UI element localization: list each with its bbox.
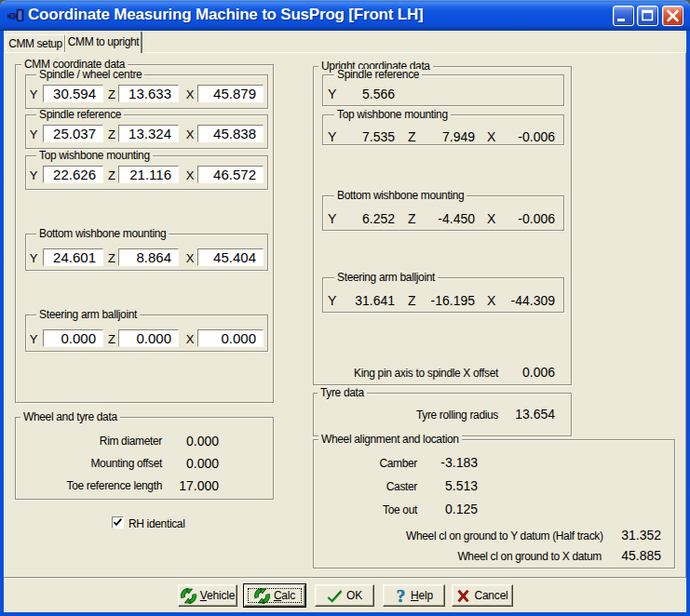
value-upright-top-wishbone-z: 7.949	[424, 129, 475, 144]
input-spindle-reference-y[interactable]	[43, 125, 103, 142]
field-label-mounting-offset: Mounting offset	[50, 457, 162, 470]
axis-label-y: Y	[328, 87, 336, 101]
value-mounting-offset: 0.000	[172, 456, 219, 471]
field-label-caster: Caster	[352, 480, 417, 493]
input-spindle-wheel-centre-x[interactable]	[197, 85, 264, 102]
input-spindle-wheel-centre-z[interactable]	[118, 85, 179, 102]
tab-cmm-to-upright[interactable]: CMM to upright	[65, 31, 142, 53]
group-label: Spindle reference	[334, 69, 422, 81]
input-top-wishbone-z[interactable]	[118, 166, 179, 183]
axis-label-y: Y	[27, 332, 40, 346]
tab-cmm-setup[interactable]: CMM setup	[6, 34, 65, 53]
value-camber: -3.183	[431, 455, 478, 470]
field-label-tyre-rolling-radius: Tyre rolling radius	[377, 408, 498, 422]
value-upright-steering-arm-z: -16.195	[424, 293, 475, 308]
value-king-pin-offset: 0.006	[508, 365, 555, 380]
value-upright-bottom-wishbone-x: -0.006	[504, 211, 555, 226]
tab-label: CMM setup	[8, 37, 62, 50]
axis-label-z: Z	[105, 168, 118, 182]
axis-label-x: X	[183, 87, 196, 101]
input-spindle-wheel-centre-y[interactable]	[43, 85, 103, 102]
group-label: Spindle reference	[36, 109, 124, 121]
window-border-right	[686, 31, 690, 616]
axis-label-y: Y	[328, 211, 336, 226]
check-mark-icon	[113, 517, 123, 528]
group-label: Steering arm balljoint	[334, 272, 438, 284]
value-toe-out: 0.125	[431, 502, 478, 516]
value-upright-top-wishbone-x: -0.006	[504, 129, 555, 144]
field-label-camber: Camber	[352, 457, 417, 470]
group-label: Top wishbone mounting	[36, 150, 153, 162]
value-caster: 5.513	[431, 478, 478, 493]
value-upright-bottom-wishbone-y: 6.252	[348, 211, 395, 226]
value-upright-steering-arm-y: 31.641	[348, 293, 395, 308]
field-label-toe-reference-length: Toe reference length	[50, 479, 162, 492]
button-label: Help	[411, 589, 433, 602]
axis-label-y: Y	[27, 251, 40, 265]
value-upright-top-wishbone-y: 7.535	[348, 129, 395, 144]
rh-identical-checkbox[interactable]	[112, 516, 124, 529]
axis-label-x: X	[487, 293, 495, 308]
axis-label-x: X	[183, 127, 196, 141]
axis-label-x: X	[183, 168, 196, 182]
dialog-window: Coordinate Measuring Machine to SusProg …	[0, 0, 690, 616]
value-wheel-cl-y-datum: 31.352	[615, 528, 661, 542]
maximize-button[interactable]	[637, 6, 658, 26]
button-separator	[4, 577, 686, 579]
input-spindle-reference-z[interactable]	[118, 125, 179, 142]
value-tyre-rolling-radius: 13.654	[508, 407, 555, 422]
focus-rectangle	[248, 588, 302, 603]
svg-text:?: ?	[397, 588, 405, 604]
ok-button[interactable]: OK	[315, 584, 374, 607]
field-label-rim-diameter: Rim diameter	[50, 435, 162, 448]
vehicle-button[interactable]: Vehicle	[178, 584, 237, 607]
group-label: Top wishbone mounting	[334, 109, 451, 121]
group-label: Spindle / wheel centre	[36, 69, 144, 81]
close-button[interactable]	[662, 6, 683, 26]
group-label: Bottom wishbone mounting	[36, 228, 169, 240]
minimize-button[interactable]	[613, 6, 634, 26]
button-label: Cancel	[474, 589, 507, 602]
calc-button[interactable]: Calc	[244, 584, 305, 607]
cancel-button[interactable]: Cancel	[452, 584, 513, 607]
value-wheel-cl-x-datum: 45.885	[615, 548, 661, 563]
group-label: Wheel and tyre data	[20, 411, 120, 423]
axis-label-x: X	[183, 251, 196, 265]
axis-label-y: Y	[27, 87, 40, 101]
axis-label-z: Z	[105, 87, 118, 101]
axis-label-x: X	[487, 211, 495, 226]
input-bottom-wishbone-y[interactable]	[43, 248, 103, 266]
value-upright-bottom-wishbone-z: -4.450	[424, 211, 475, 226]
input-top-wishbone-x[interactable]	[197, 166, 264, 183]
group-label: Tyre data	[318, 387, 367, 399]
help-button[interactable]: ? Help	[383, 584, 445, 607]
axis-label-z: Z	[105, 332, 118, 346]
button-label: Vehicle	[200, 589, 235, 602]
axis-label-y: Y	[328, 293, 336, 308]
button-label: OK	[346, 589, 362, 602]
axis-label-y: Y	[27, 127, 40, 141]
value-toe-reference-length: 17.000	[172, 478, 219, 493]
axis-label-y: Y	[27, 168, 40, 182]
field-label-wheel-cl-x-datum: Wheel cl on ground to X datum	[406, 550, 602, 563]
axis-label-z: Z	[408, 293, 416, 308]
input-steering-arm-x[interactable]	[197, 329, 264, 347]
field-label-wheel-cl-y-datum: Wheel cl on ground to Y datum (Half trac…	[406, 529, 602, 542]
group-label: Wheel alignment and location	[318, 434, 462, 446]
value-upright-spindle-reference-y: 5.566	[348, 87, 395, 101]
input-spindle-reference-x[interactable]	[197, 125, 264, 142]
question-icon: ?	[395, 588, 407, 604]
axis-label-z: Z	[105, 251, 118, 265]
check-icon	[327, 588, 343, 604]
window-title: Coordinate Measuring Machine to SusProg …	[28, 0, 423, 29]
title-bar[interactable]: Coordinate Measuring Machine to SusProg …	[0, 0, 690, 31]
tab-label: CMM to upright	[68, 35, 139, 48]
input-bottom-wishbone-z[interactable]	[118, 248, 179, 266]
input-steering-arm-y[interactable]	[43, 329, 103, 347]
input-steering-arm-z[interactable]	[118, 329, 179, 347]
input-top-wishbone-y[interactable]	[43, 166, 103, 183]
value-upright-steering-arm-x: -44.309	[504, 293, 555, 308]
axis-label-z: Z	[408, 129, 416, 144]
value-rim-diameter: 0.000	[172, 434, 219, 449]
input-bottom-wishbone-x[interactable]	[197, 248, 264, 266]
